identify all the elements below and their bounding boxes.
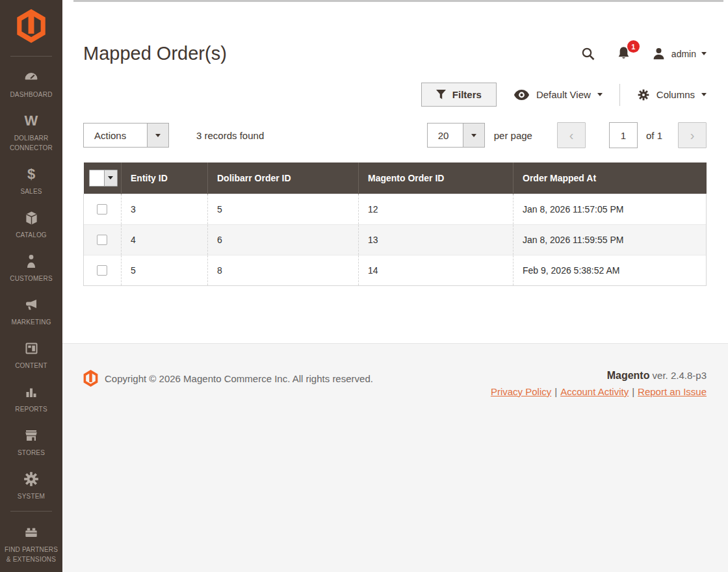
magento-logo-icon [83, 370, 98, 387]
page-header: Mapped Order(s) 1 admin [83, 43, 707, 64]
dashboard-icon [23, 68, 40, 86]
admin-user-menu[interactable]: admin [651, 46, 707, 61]
page-footer: Copyright © 2026 Magento Commerce Inc. A… [62, 343, 728, 572]
row-checkbox[interactable] [97, 204, 107, 214]
default-view-button[interactable]: Default View [497, 89, 619, 100]
app-window: DASHBOARD W DOLIBARR CONNECTOR $ SALES C… [0, 0, 728, 572]
magento-logo-icon[interactable] [16, 9, 46, 46]
privacy-policy-link[interactable]: Privacy Policy [491, 386, 551, 397]
layout-icon [23, 339, 40, 358]
search-icon[interactable] [580, 46, 596, 62]
sidebar-item-label: DOLIBARR CONNECTOR [1, 133, 61, 153]
page-title: Mapped Order(s) [83, 43, 227, 64]
column-header-magento-order-id[interactable]: Magento Order ID [359, 162, 514, 194]
chevron-down-icon [701, 93, 707, 96]
box-icon [23, 209, 40, 227]
sidebar-item-find-partners[interactable]: FIND PARTNERS & EXTENSIONS [0, 517, 62, 570]
brand-name: Magento [607, 370, 650, 381]
row-checkbox[interactable] [97, 265, 107, 276]
column-header-order-mapped-at[interactable]: Order Mapped At [514, 162, 707, 194]
brick-icon [23, 523, 40, 541]
sidebar-item-catalog[interactable]: CATALOG [0, 202, 62, 246]
footer-copyright-group: Copyright © 2026 Magento Commerce Inc. A… [83, 370, 373, 387]
table-row: 3 5 12 Jan 8, 2026 11:57:05 PM [84, 194, 707, 224]
per-page-select[interactable]: 20 [427, 123, 485, 148]
sidebar-item-customers[interactable]: CUSTOMERS [0, 246, 62, 289]
next-page-button[interactable]: › [678, 122, 707, 148]
column-header-dolibarr-order-id[interactable]: Dolibarr Order ID [208, 162, 359, 194]
sidebar-item-label: DASHBOARD [10, 90, 52, 99]
sidebar-item-label: CATALOG [16, 230, 47, 240]
link-separator: | [554, 386, 557, 397]
sidebar-item-label: STORES [18, 448, 45, 458]
notification-count-badge: 1 [627, 40, 640, 53]
footer-links: Privacy Policy|Account Activity|Report a… [491, 386, 707, 397]
sidebar-item-dashboard[interactable]: DASHBOARD [0, 62, 62, 105]
cell-order-mapped-at: Jan 8, 2026 11:59:55 PM [514, 224, 707, 255]
cell-entity-id: 5 [122, 255, 208, 285]
select-caret [147, 124, 168, 147]
cell-dolibarr-order-id: 6 [208, 224, 359, 255]
megaphone-icon [23, 296, 40, 314]
actions-select[interactable]: Actions [83, 123, 169, 148]
sidebar-item-marketing[interactable]: MARKETING [0, 289, 62, 333]
sidebar-item-dolibarr-connector[interactable]: W DOLIBARR CONNECTOR [0, 105, 62, 159]
gear-icon [23, 470, 40, 488]
filters-label: Filters [452, 89, 482, 100]
cell-entity-id: 3 [122, 194, 208, 224]
sidebar-item-label: MARKETING [11, 317, 51, 327]
username-label: admin [671, 49, 696, 59]
cell-order-mapped-at: Feb 9, 2026 5:38:52 AM [514, 255, 707, 285]
grid-controls: Filters Default View Columns [83, 83, 707, 107]
gear-icon [637, 88, 650, 101]
chevron-down-icon [597, 93, 603, 96]
footer-meta-group: Magento ver. 2.4.8-p3 Privacy Policy|Acc… [491, 370, 707, 397]
chevron-down-icon [701, 52, 707, 55]
sidebar-item-stores[interactable]: STORES [0, 420, 62, 463]
cell-magento-order-id: 13 [359, 224, 514, 255]
report-issue-link[interactable]: Report an Issue [638, 386, 707, 397]
select-all-checkbox[interactable] [90, 170, 104, 186]
cell-magento-order-id: 14 [359, 255, 514, 285]
table-row: 4 6 13 Jan 8, 2026 11:59:55 PM [84, 224, 707, 255]
column-header-entity-id[interactable]: Entity ID [122, 162, 208, 194]
sidebar-item-system[interactable]: SYSTEM [0, 463, 62, 507]
dolibarr-connector-icon: W [25, 112, 38, 130]
funnel-icon [436, 90, 446, 99]
sidebar: DASHBOARD W DOLIBARR CONNECTOR $ SALES C… [0, 0, 62, 572]
sidebar-item-label: SALES [20, 187, 42, 196]
page-size-value: 20 [428, 124, 460, 147]
mapped-orders-table: Entity ID Dolibarr Order ID Magento Orde… [83, 162, 707, 286]
sidebar-item-reports[interactable]: REPORTS [0, 376, 62, 420]
sidebar-item-sales[interactable]: $ SALES [0, 159, 62, 202]
records-found-label: 3 records found [196, 130, 264, 141]
version-number: ver. 2.4.8-p3 [653, 370, 707, 381]
select-caret [463, 124, 484, 147]
select-all-dropdown[interactable] [104, 170, 117, 186]
sidebar-divider [10, 511, 52, 512]
current-page-input[interactable] [609, 122, 638, 148]
user-avatar-icon [651, 46, 666, 61]
cell-entity-id: 4 [122, 224, 208, 255]
total-pages-label: of 1 [646, 130, 662, 141]
cell-dolibarr-order-id: 8 [208, 255, 359, 285]
row-checkbox[interactable] [97, 235, 107, 245]
actions-label: Actions [84, 124, 136, 147]
link-separator: | [632, 386, 634, 397]
person-icon [23, 252, 39, 270]
grid-toolbar: Actions 3 records found 20 per page ‹ of… [83, 122, 707, 148]
previous-page-button[interactable]: ‹ [557, 122, 586, 148]
sidebar-item-content[interactable]: CONTENT [0, 333, 62, 376]
select-all-header [84, 162, 122, 194]
account-activity-link[interactable]: Account Activity [560, 386, 629, 397]
sidebar-item-label: CUSTOMERS [10, 274, 53, 283]
per-page-label: per page [494, 130, 532, 141]
columns-button[interactable]: Columns [620, 88, 707, 101]
cell-order-mapped-at: Jan 8, 2026 11:57:05 PM [514, 194, 707, 224]
copyright-text: Copyright © 2026 Magento Commerce Inc. A… [105, 373, 373, 384]
notifications-bell-icon[interactable]: 1 [616, 46, 632, 62]
filters-button[interactable]: Filters [421, 83, 497, 107]
storefront-icon [23, 426, 40, 445]
columns-label: Columns [656, 89, 695, 100]
cell-dolibarr-order-id: 5 [208, 194, 359, 224]
